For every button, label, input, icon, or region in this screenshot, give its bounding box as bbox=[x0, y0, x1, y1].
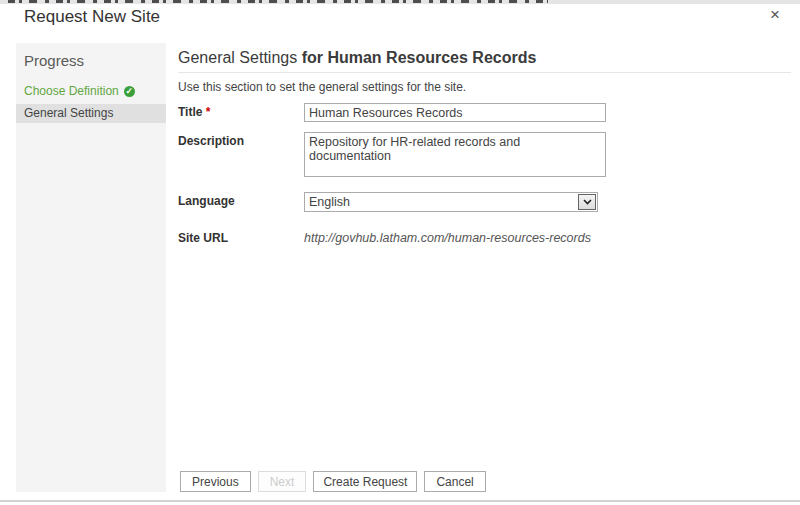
dialog-title: Request New Site bbox=[24, 7, 160, 27]
page-title-emphasis: for Human Resources Records bbox=[302, 49, 537, 66]
progress-sidebar: Progress Choose Definition ✓ General Set… bbox=[16, 43, 166, 492]
site-url-value: http://govhub.latham.com/human-resources… bbox=[304, 229, 591, 246]
main-panel: General Settings for Human Resources Rec… bbox=[178, 43, 791, 246]
clipped-page-top bbox=[0, 0, 800, 4]
site-url-label: Site URL bbox=[178, 229, 304, 245]
required-marker: * bbox=[206, 105, 211, 119]
sidebar-step-general-settings[interactable]: General Settings bbox=[16, 104, 166, 123]
cancel-button[interactable]: Cancel bbox=[424, 471, 485, 492]
footer-buttons: Previous Next Create Request Cancel bbox=[180, 471, 486, 492]
language-select[interactable]: English bbox=[304, 192, 598, 212]
create-request-button[interactable]: Create Request bbox=[313, 471, 417, 492]
heading-divider bbox=[178, 72, 791, 73]
title-input[interactable] bbox=[304, 103, 606, 122]
description-label: Description bbox=[178, 132, 304, 148]
title-label: Title * bbox=[178, 103, 304, 119]
clipped-page-text bbox=[8, 0, 548, 3]
description-textarea[interactable]: Repository for HR-related records and do… bbox=[304, 132, 606, 177]
title-field-row: Title * bbox=[178, 103, 791, 122]
page-title-prefix: General Settings bbox=[178, 49, 297, 66]
step-label: General Settings bbox=[24, 106, 113, 120]
language-label: Language bbox=[178, 192, 304, 208]
chevron-down-icon bbox=[578, 194, 596, 210]
intro-text: Use this section to set the general sett… bbox=[178, 80, 791, 94]
next-button[interactable]: Next bbox=[258, 471, 307, 492]
dialog-bottom-edge bbox=[0, 500, 800, 502]
step-label: Choose Definition bbox=[24, 82, 119, 101]
previous-button[interactable]: Previous bbox=[180, 471, 251, 492]
description-field-row: Description Repository for HR-related re… bbox=[178, 132, 791, 177]
close-icon[interactable]: × bbox=[764, 4, 786, 26]
check-circle-icon: ✓ bbox=[124, 86, 135, 97]
progress-heading: Progress bbox=[16, 43, 166, 69]
sidebar-step-choose-definition[interactable]: Choose Definition ✓ bbox=[16, 82, 166, 101]
language-select-value: English bbox=[309, 195, 350, 209]
site-url-field-row: Site URL http://govhub.latham.com/human-… bbox=[178, 229, 791, 246]
page-title: General Settings for Human Resources Rec… bbox=[178, 48, 791, 68]
language-field-row: Language English bbox=[178, 192, 791, 212]
